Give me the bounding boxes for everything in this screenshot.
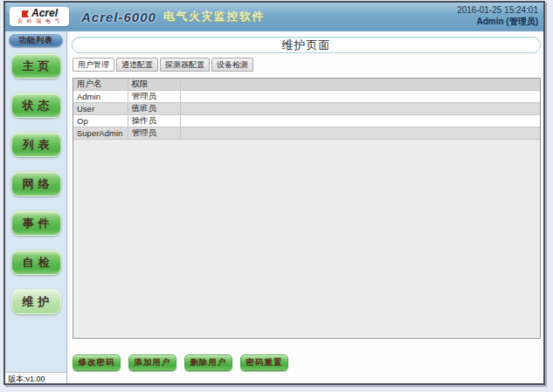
user-table-head-row: 用户名权限	[73, 79, 540, 91]
page-title: 维护页面	[72, 37, 541, 53]
sidebar-item-status[interactable]: 状态	[11, 93, 61, 118]
tab-detector-config[interactable]: 探测器配置	[160, 58, 210, 72]
table-row[interactable]: Op操作员	[73, 115, 540, 127]
acrel-logo: Acrel 安 科 瑞 电 气	[10, 7, 69, 26]
datetime-label: 2016-01-25 15:24:01	[457, 4, 538, 16]
table-cell: User	[73, 103, 128, 115]
tab-channel-config[interactable]: 通道配置	[116, 58, 158, 72]
sidebar-title: 功能列表	[9, 34, 63, 47]
sidebar: 功能列表 主页状态列表网络事件自检维护 版本:v1.00	[5, 31, 67, 383]
app-window: Acrel 安 科 瑞 电 气 Acrel-6000 电气火灾监控软件 2016…	[3, 1, 545, 385]
table-row[interactable]: Admin管理员	[73, 91, 540, 103]
title-bar: Acrel 安 科 瑞 电 气 Acrel-6000 电气火灾监控软件 2016…	[5, 3, 543, 31]
table-cell: 值班员	[128, 103, 180, 115]
sidebar-item-events[interactable]: 事件	[11, 210, 61, 236]
table-cell: 操作员	[128, 115, 180, 127]
modify-password-button[interactable]: 修改密码	[73, 354, 121, 371]
sidebar-item-list[interactable]: 列表	[11, 132, 61, 157]
table-row[interactable]: User值班员	[73, 103, 540, 115]
column-header: 用户名	[73, 79, 128, 91]
app-title: 电气火灾监控软件	[163, 9, 265, 24]
table-cell: Admin	[73, 91, 128, 103]
reset-password-button[interactable]: 密码重置	[240, 354, 288, 371]
table-cell-filler	[180, 127, 540, 140]
tab-bar: 用户管理通道配置探测器配置设备检测	[73, 58, 541, 72]
content-area: 功能列表 主页状态列表网络事件自检维护 版本:v1.00 维护页面 用户管理通道…	[5, 31, 543, 383]
sidebar-item-home[interactable]: 主页	[11, 53, 61, 79]
screen: Acrel 安 科 瑞 电 气 Acrel-6000 电气火灾监控软件 2016…	[0, 0, 553, 392]
product-name: Acrel-6000	[81, 10, 156, 24]
table-cell: 管理员	[128, 91, 180, 103]
sidebar-item-maintenance[interactable]: 维护	[11, 289, 61, 314]
table-cell-filler	[180, 103, 540, 115]
version-label: 版本:v1.00	[5, 372, 66, 383]
acrel-logo-icon	[21, 10, 30, 18]
add-user-button[interactable]: 添加用户	[128, 354, 176, 371]
tab-user-management[interactable]: 用户管理	[73, 58, 114, 72]
logo-subtitle: 安 科 瑞 电 气	[17, 18, 61, 24]
column-header-filler	[180, 79, 540, 91]
sidebar-item-self-check[interactable]: 自检	[11, 250, 61, 275]
table-cell-filler	[180, 91, 540, 103]
logo-brand-text: Acrel	[31, 9, 58, 18]
logo-row: Acrel	[21, 9, 58, 18]
main-panel: 维护页面 用户管理通道配置探测器配置设备检测 用户名权限 Admin管理员Use…	[67, 31, 543, 383]
delete-user-button[interactable]: 删除用户	[184, 354, 232, 371]
column-header: 权限	[128, 79, 180, 91]
user-table-panel: 用户名权限 Admin管理员User值班员Op操作员SuperAdmin管理员	[73, 78, 541, 339]
user-table-body: Admin管理员User值班员Op操作员SuperAdmin管理员	[73, 91, 540, 140]
sidebar-item-network[interactable]: 网络	[11, 171, 61, 196]
session-info: 2016-01-25 15:24:01 Admin (管理员)	[457, 4, 538, 27]
sidebar-nav: 主页状态列表网络事件自检维护	[5, 53, 66, 314]
user-table: 用户名权限 Admin管理员User值班员Op操作员SuperAdmin管理员	[73, 79, 540, 140]
table-cell-filler	[180, 115, 540, 127]
action-bar: 修改密码添加用户删除用户密码重置	[73, 354, 288, 371]
table-row[interactable]: SuperAdmin管理员	[73, 127, 540, 140]
logged-in-user: Admin (管理员)	[457, 16, 538, 27]
table-cell: SuperAdmin	[73, 127, 128, 140]
tab-device-check[interactable]: 设备检测	[211, 58, 253, 72]
table-cell: Op	[73, 115, 128, 127]
table-cell: 管理员	[128, 127, 180, 140]
